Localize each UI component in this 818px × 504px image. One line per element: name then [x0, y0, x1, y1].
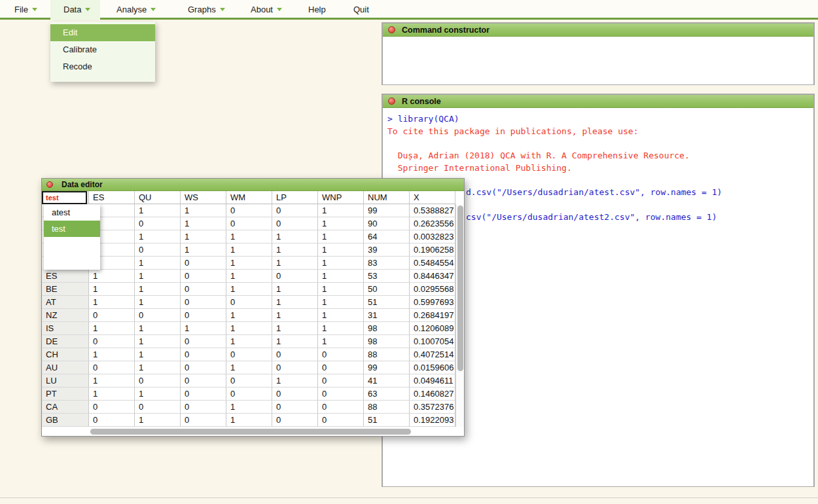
data-cell[interactable]: 1 — [318, 335, 364, 348]
data-cell[interactable]: 98 — [364, 322, 410, 335]
data-editor-titlebar[interactable]: Data editor — [42, 179, 464, 191]
data-cell[interactable]: 0 — [226, 348, 272, 361]
data-cell[interactable]: 39 — [364, 243, 410, 257]
data-cell[interactable]: 0.1007054 — [410, 335, 455, 348]
data-cell[interactable]: 1 — [318, 230, 364, 243]
menu-item-recode[interactable]: Recode — [50, 58, 155, 75]
data-cell[interactable]: 0 — [181, 348, 226, 361]
menu-item-calibrate[interactable]: Calibrate — [50, 41, 155, 58]
data-cell[interactable]: 0.2684197 — [410, 309, 455, 322]
data-cell[interactable]: 0 — [318, 374, 364, 387]
data-cell[interactable]: 1 — [272, 322, 318, 335]
data-cell[interactable]: 0 — [181, 283, 226, 296]
menu-item-analyse[interactable]: Analyse — [116, 0, 156, 20]
data-cell[interactable]: 0.1460827 — [410, 387, 455, 401]
data-cell[interactable]: 0.4072514 — [410, 348, 455, 361]
data-cell[interactable]: 1 — [318, 283, 364, 296]
data-cell[interactable]: 1 — [135, 348, 181, 361]
menu-item-edit[interactable]: Edit — [50, 24, 155, 41]
menu-item-graphs[interactable]: Graphs — [188, 0, 225, 20]
data-cell[interactable]: 0 — [318, 401, 364, 414]
dataset-option-test[interactable]: test — [44, 221, 100, 237]
data-cell[interactable]: 1 — [135, 361, 181, 374]
data-cell[interactable]: 0.0032823 — [410, 230, 455, 243]
data-cell[interactable]: 0 — [135, 309, 181, 322]
data-cell[interactable]: 1 — [272, 283, 318, 296]
data-cell[interactable]: 1 — [318, 296, 364, 309]
data-cell[interactable]: 0 — [89, 401, 135, 414]
vertical-scrollbar-thumb[interactable] — [457, 206, 463, 371]
dataset-option-atest[interactable]: atest — [44, 204, 100, 221]
data-cell[interactable]: 0 — [318, 387, 364, 401]
data-cell[interactable]: 1 — [318, 322, 364, 335]
data-cell[interactable]: 1 — [135, 414, 181, 427]
data-cell[interactable]: 0.2623556 — [410, 217, 455, 230]
data-cell[interactable]: 1 — [318, 257, 364, 270]
close-icon[interactable] — [388, 26, 395, 33]
data-cell[interactable]: 1 — [318, 270, 364, 283]
data-cell[interactable]: 0 — [181, 387, 226, 401]
data-cell[interactable]: 1 — [272, 296, 318, 309]
data-cell[interactable]: 1 — [181, 243, 226, 257]
data-cell[interactable]: 63 — [364, 387, 410, 401]
data-cell[interactable]: 1 — [135, 322, 181, 335]
data-cell[interactable]: 1 — [226, 270, 272, 283]
data-cell[interactable]: 1 — [318, 243, 364, 257]
data-cell[interactable]: 1 — [272, 374, 318, 387]
data-cell[interactable]: 1 — [226, 309, 272, 322]
data-cell[interactable]: 0.1206089 — [410, 322, 455, 335]
data-cell[interactable]: 0 — [226, 204, 272, 217]
data-cell[interactable]: 1 — [318, 309, 364, 322]
data-cell[interactable]: 64 — [364, 230, 410, 243]
vertical-scrollbar[interactable] — [455, 204, 464, 427]
data-cell[interactable]: 0 — [135, 401, 181, 414]
data-cell[interactable]: 88 — [364, 348, 410, 361]
data-cell[interactable]: 0.5388827 — [410, 204, 455, 217]
data-cell[interactable]: 1 — [135, 270, 181, 283]
data-cell[interactable]: 53 — [364, 270, 410, 283]
horizontal-scrollbar[interactable] — [42, 427, 464, 436]
data-cell[interactable]: 1 — [226, 283, 272, 296]
horizontal-scrollbar-thumb[interactable] — [90, 429, 411, 435]
data-cell[interactable]: 0 — [226, 387, 272, 401]
data-cell[interactable]: 1 — [89, 322, 135, 335]
data-cell[interactable]: 1 — [226, 361, 272, 374]
data-cell[interactable]: 1 — [226, 257, 272, 270]
data-cell[interactable]: 1 — [318, 217, 364, 230]
data-cell[interactable]: 0 — [181, 257, 226, 270]
data-cell[interactable]: 98 — [364, 335, 410, 348]
data-cell[interactable]: 1 — [226, 335, 272, 348]
data-cell[interactable]: 0 — [181, 414, 226, 427]
menu-item-about[interactable]: About — [251, 0, 282, 20]
command-constructor-titlebar[interactable]: Command constructor — [383, 24, 813, 37]
data-cell[interactable]: 1 — [89, 296, 135, 309]
data-cell[interactable]: 0 — [89, 361, 135, 374]
data-cell[interactable]: 1 — [89, 387, 135, 401]
menu-item-help[interactable]: Help — [308, 0, 326, 20]
data-cell[interactable]: 1 — [318, 204, 364, 217]
data-cell[interactable]: 1 — [89, 374, 135, 387]
data-cell[interactable]: 1 — [226, 401, 272, 414]
data-cell[interactable]: 0 — [181, 309, 226, 322]
data-cell[interactable]: 0 — [181, 296, 226, 309]
data-cell[interactable]: 0.1906258 — [410, 243, 455, 257]
data-cell[interactable]: 0.0295568 — [410, 283, 455, 296]
data-cell[interactable]: 1 — [89, 348, 135, 361]
data-cell[interactable]: 0 — [272, 401, 318, 414]
data-cell[interactable]: 50 — [364, 283, 410, 296]
data-cell[interactable]: 88 — [364, 401, 410, 414]
data-cell[interactable]: 1 — [272, 230, 318, 243]
data-cell[interactable]: 99 — [364, 204, 410, 217]
dataset-selector[interactable]: test — [42, 191, 87, 204]
data-cell[interactable]: 1 — [181, 230, 226, 243]
data-cell[interactable]: 1 — [272, 335, 318, 348]
data-cell[interactable]: 0 — [272, 204, 318, 217]
data-cell[interactable]: 1 — [135, 283, 181, 296]
data-cell[interactable]: 0 — [272, 270, 318, 283]
data-cell[interactable]: 0 — [226, 296, 272, 309]
data-cell[interactable]: 0 — [181, 361, 226, 374]
data-cell[interactable]: 1 — [272, 309, 318, 322]
data-cell[interactable]: 0 — [89, 335, 135, 348]
data-cell[interactable]: 0 — [272, 414, 318, 427]
data-cell[interactable]: 0.5997693 — [410, 296, 455, 309]
